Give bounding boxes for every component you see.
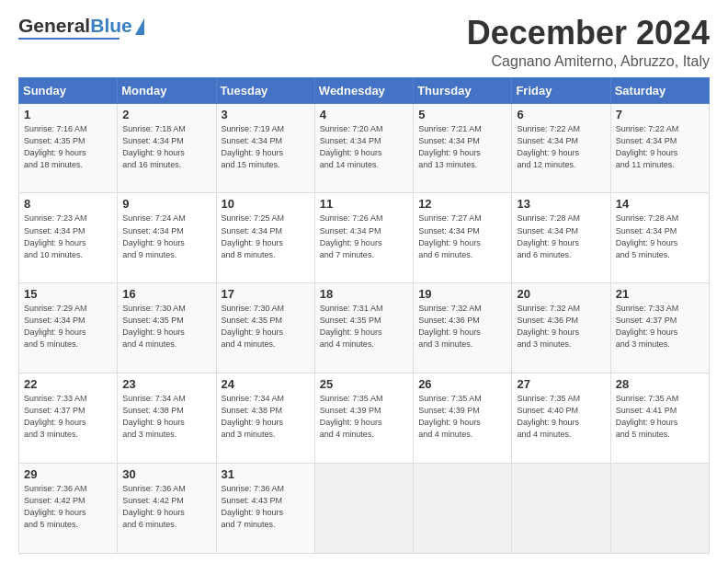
day-info: Sunrise: 7:34 AMSunset: 4:38 PMDaylight:… xyxy=(222,394,285,439)
header-thursday: Thursday xyxy=(414,77,512,103)
day-number: 2 xyxy=(122,108,210,121)
location-title: Cagnano Amiterno, Abruzzo, Italy xyxy=(467,53,710,70)
day-info: Sunrise: 7:36 AMSunset: 4:42 PMDaylight:… xyxy=(122,484,186,529)
day-number: 24 xyxy=(222,377,310,391)
table-row: 17 Sunrise: 7:30 AMSunset: 4:35 PMDaylig… xyxy=(216,283,314,373)
table-row: 8 Sunrise: 7:23 AMSunset: 4:34 PMDayligh… xyxy=(19,193,118,283)
calendar-week-row: 15 Sunrise: 7:29 AMSunset: 4:34 PMDaylig… xyxy=(19,283,710,373)
table-row: 26 Sunrise: 7:35 AMSunset: 4:39 PMDaylig… xyxy=(414,373,512,464)
day-info: Sunrise: 7:36 AMSunset: 4:42 PMDaylight:… xyxy=(24,484,87,529)
table-row: 6 Sunrise: 7:22 AMSunset: 4:34 PMDayligh… xyxy=(512,103,610,193)
day-number: 6 xyxy=(517,108,605,121)
day-number: 27 xyxy=(517,377,605,391)
header-saturday: Saturday xyxy=(610,77,709,103)
day-info: Sunrise: 7:30 AMSunset: 4:35 PMDaylight:… xyxy=(122,304,186,349)
day-info: Sunrise: 7:25 AMSunset: 4:34 PMDaylight:… xyxy=(222,213,285,259)
table-row xyxy=(314,464,413,554)
logo-blue-text: Blue xyxy=(90,15,132,37)
table-row: 28 Sunrise: 7:35 AMSunset: 4:41 PMDaylig… xyxy=(610,373,709,464)
day-number: 31 xyxy=(222,467,310,481)
day-number: 18 xyxy=(320,287,408,301)
table-row: 4 Sunrise: 7:20 AMSunset: 4:34 PMDayligh… xyxy=(314,103,413,193)
table-row: 10 Sunrise: 7:25 AMSunset: 4:34 PMDaylig… xyxy=(216,193,314,283)
calendar-page: General Blue December 2024 Cagnano Amite… xyxy=(0,0,728,563)
header-sunday: Sunday xyxy=(19,77,118,103)
day-info: Sunrise: 7:33 AMSunset: 4:37 PMDaylight:… xyxy=(616,304,679,349)
day-info: Sunrise: 7:18 AMSunset: 4:34 PMDaylight:… xyxy=(122,124,186,169)
table-row: 25 Sunrise: 7:35 AMSunset: 4:39 PMDaylig… xyxy=(314,373,413,464)
calendar-week-row: 8 Sunrise: 7:23 AMSunset: 4:34 PMDayligh… xyxy=(19,193,710,283)
table-row: 16 Sunrise: 7:30 AMSunset: 4:35 PMDaylig… xyxy=(118,283,216,373)
day-number: 17 xyxy=(222,287,310,301)
table-row: 27 Sunrise: 7:35 AMSunset: 4:40 PMDaylig… xyxy=(512,373,610,464)
day-number: 16 xyxy=(122,287,210,301)
table-row: 30 Sunrise: 7:36 AMSunset: 4:42 PMDaylig… xyxy=(118,464,216,554)
table-row: 13 Sunrise: 7:28 AMSunset: 4:34 PMDaylig… xyxy=(512,193,610,283)
logo-general-text: General xyxy=(18,15,90,37)
table-row: 2 Sunrise: 7:18 AMSunset: 4:34 PMDayligh… xyxy=(118,103,216,193)
day-info: Sunrise: 7:21 AMSunset: 4:34 PMDaylight:… xyxy=(418,124,482,169)
day-number: 12 xyxy=(418,197,506,211)
day-number: 29 xyxy=(24,467,112,481)
day-info: Sunrise: 7:26 AMSunset: 4:34 PMDaylight:… xyxy=(320,213,383,259)
day-header-row: Sunday Monday Tuesday Wednesday Thursday… xyxy=(19,77,710,103)
day-number: 11 xyxy=(320,197,408,211)
day-number: 20 xyxy=(517,287,605,301)
day-info: Sunrise: 7:33 AMSunset: 4:37 PMDaylight:… xyxy=(24,394,87,439)
day-number: 19 xyxy=(418,287,506,301)
day-number: 21 xyxy=(616,287,704,301)
table-row xyxy=(414,464,512,554)
day-info: Sunrise: 7:34 AMSunset: 4:38 PMDaylight:… xyxy=(122,394,186,439)
day-info: Sunrise: 7:28 AMSunset: 4:34 PMDaylight:… xyxy=(517,213,580,259)
day-number: 14 xyxy=(616,197,704,211)
calendar-table: Sunday Monday Tuesday Wednesday Thursday… xyxy=(18,77,710,554)
table-row: 29 Sunrise: 7:36 AMSunset: 4:42 PMDaylig… xyxy=(19,464,118,554)
day-info: Sunrise: 7:32 AMSunset: 4:36 PMDaylight:… xyxy=(517,304,580,349)
table-row: 31 Sunrise: 7:36 AMSunset: 4:43 PMDaylig… xyxy=(216,464,314,554)
day-info: Sunrise: 7:22 AMSunset: 4:34 PMDaylight:… xyxy=(517,124,580,169)
header-wednesday: Wednesday xyxy=(314,77,413,103)
header-tuesday: Tuesday xyxy=(216,77,314,103)
day-info: Sunrise: 7:20 AMSunset: 4:34 PMDaylight:… xyxy=(320,124,383,169)
day-info: Sunrise: 7:19 AMSunset: 4:34 PMDaylight:… xyxy=(222,124,285,169)
table-row xyxy=(610,464,709,554)
calendar-week-row: 29 Sunrise: 7:36 AMSunset: 4:42 PMDaylig… xyxy=(19,464,710,554)
table-row: 12 Sunrise: 7:27 AMSunset: 4:34 PMDaylig… xyxy=(414,193,512,283)
title-area: December 2024 Cagnano Amiterno, Abruzzo,… xyxy=(467,15,710,70)
table-row: 9 Sunrise: 7:24 AMSunset: 4:34 PMDayligh… xyxy=(118,193,216,283)
table-row: 18 Sunrise: 7:31 AMSunset: 4:35 PMDaylig… xyxy=(314,283,413,373)
day-number: 8 xyxy=(24,197,112,211)
day-info: Sunrise: 7:35 AMSunset: 4:39 PMDaylight:… xyxy=(320,394,383,439)
day-number: 10 xyxy=(222,197,310,211)
day-number: 7 xyxy=(616,108,704,121)
day-number: 5 xyxy=(418,108,506,121)
day-info: Sunrise: 7:36 AMSunset: 4:43 PMDaylight:… xyxy=(222,484,285,529)
table-row: 1 Sunrise: 7:16 AMSunset: 4:35 PMDayligh… xyxy=(19,103,118,193)
day-number: 15 xyxy=(24,287,112,301)
table-row: 23 Sunrise: 7:34 AMSunset: 4:38 PMDaylig… xyxy=(118,373,216,464)
day-number: 30 xyxy=(122,467,210,481)
header-monday: Monday xyxy=(118,77,216,103)
day-number: 3 xyxy=(222,108,310,121)
table-row: 5 Sunrise: 7:21 AMSunset: 4:34 PMDayligh… xyxy=(414,103,512,193)
day-info: Sunrise: 7:24 AMSunset: 4:34 PMDaylight:… xyxy=(122,213,186,259)
day-info: Sunrise: 7:32 AMSunset: 4:36 PMDaylight:… xyxy=(418,304,482,349)
day-info: Sunrise: 7:22 AMSunset: 4:34 PMDaylight:… xyxy=(616,124,679,169)
calendar-week-row: 1 Sunrise: 7:16 AMSunset: 4:35 PMDayligh… xyxy=(19,103,710,193)
table-row xyxy=(512,464,610,554)
day-info: Sunrise: 7:30 AMSunset: 4:35 PMDaylight:… xyxy=(222,304,285,349)
day-number: 22 xyxy=(24,377,112,391)
header: General Blue December 2024 Cagnano Amite… xyxy=(18,15,710,70)
day-number: 1 xyxy=(24,108,112,121)
table-row: 15 Sunrise: 7:29 AMSunset: 4:34 PMDaylig… xyxy=(19,283,118,373)
table-row: 11 Sunrise: 7:26 AMSunset: 4:34 PMDaylig… xyxy=(314,193,413,283)
day-info: Sunrise: 7:35 AMSunset: 4:40 PMDaylight:… xyxy=(517,394,580,439)
day-number: 23 xyxy=(122,377,210,391)
table-row: 7 Sunrise: 7:22 AMSunset: 4:34 PMDayligh… xyxy=(610,103,709,193)
table-row: 20 Sunrise: 7:32 AMSunset: 4:36 PMDaylig… xyxy=(512,283,610,373)
calendar-week-row: 22 Sunrise: 7:33 AMSunset: 4:37 PMDaylig… xyxy=(19,373,710,464)
table-row: 14 Sunrise: 7:28 AMSunset: 4:34 PMDaylig… xyxy=(610,193,709,283)
day-info: Sunrise: 7:16 AMSunset: 4:35 PMDaylight:… xyxy=(24,124,87,169)
day-number: 25 xyxy=(320,377,408,391)
day-info: Sunrise: 7:23 AMSunset: 4:34 PMDaylight:… xyxy=(24,213,87,259)
